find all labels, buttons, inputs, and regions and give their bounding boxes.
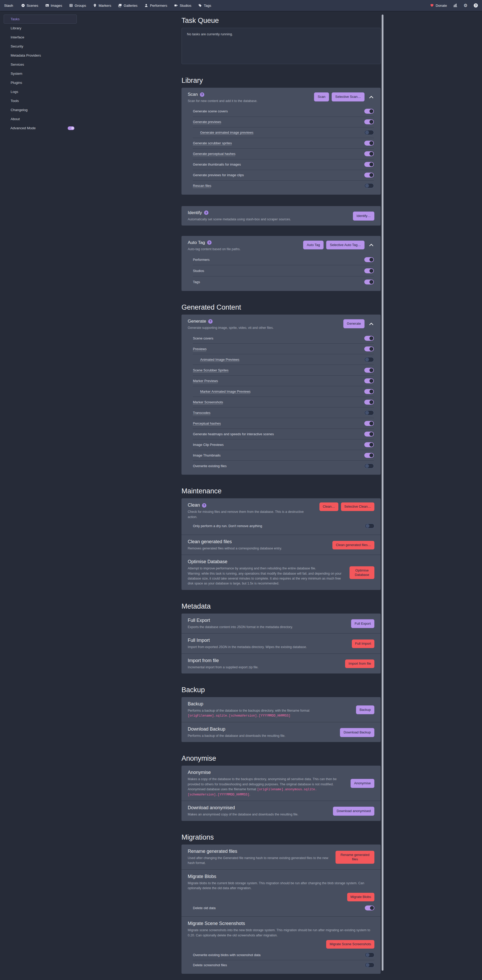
toggle[interactable] bbox=[364, 463, 374, 468]
migrate-scene-screenshots-button[interactable]: Migrate Scene Screenshots bbox=[326, 940, 374, 948]
film-icon bbox=[69, 4, 73, 7]
toggle[interactable] bbox=[364, 400, 374, 405]
full-import-block: Full Import Import from exported JSON in… bbox=[181, 633, 381, 653]
toggle-knob bbox=[369, 258, 373, 262]
rename-generated-files-button[interactable]: Rename generated files bbox=[336, 851, 374, 864]
nav-item-markers[interactable]: Markers bbox=[93, 4, 111, 8]
toggle-knob bbox=[366, 953, 369, 957]
sidebar-item-services[interactable]: Services bbox=[4, 60, 77, 69]
selective-scan-button[interactable]: Selective Scan… bbox=[331, 92, 365, 102]
clean-generated-files-button[interactable]: Clean generated files… bbox=[332, 541, 374, 549]
import-from-file-button[interactable]: Import from file bbox=[345, 659, 374, 668]
stats-button[interactable] bbox=[453, 3, 457, 8]
toggle[interactable] bbox=[364, 421, 374, 426]
help-badge-icon[interactable]: ? bbox=[204, 210, 208, 215]
auto-tag-card: Auto Tag? Auto-tag content based on file… bbox=[181, 236, 381, 291]
sidebar-item-tasks[interactable]: Tasks bbox=[4, 14, 77, 24]
nav-item-images[interactable]: Images bbox=[45, 4, 62, 8]
nav-item-galleries[interactable]: Galleries bbox=[118, 4, 138, 8]
sidebar-item-metadata-providers[interactable]: Metadata Providers bbox=[4, 51, 77, 60]
settings-icon[interactable]: ⚙ bbox=[464, 3, 468, 8]
toggle[interactable] bbox=[364, 109, 374, 114]
toggle[interactable] bbox=[364, 347, 374, 352]
help-badge-icon[interactable]: ? bbox=[200, 92, 204, 97]
clean-button[interactable]: Clean… bbox=[319, 503, 338, 511]
sidebar-item-plugins[interactable]: Plugins bbox=[4, 78, 77, 87]
nav-item-studios[interactable]: Studios bbox=[174, 4, 191, 8]
toggle-row: Scene Scrubber Sprites bbox=[193, 364, 374, 375]
sidebar-item-library[interactable]: Library bbox=[4, 24, 77, 33]
auto-tag-button[interactable]: Auto Tag bbox=[303, 240, 323, 250]
nav-item-groups[interactable]: Groups bbox=[69, 4, 86, 8]
download-anonymised-button[interactable]: Download anonymised bbox=[333, 807, 374, 816]
toggle[interactable] bbox=[364, 257, 374, 262]
toggle[interactable] bbox=[364, 119, 374, 124]
toggle[interactable] bbox=[364, 432, 374, 436]
toggle-label: Perceptual hashes bbox=[193, 422, 221, 425]
toggle[interactable] bbox=[364, 130, 374, 135]
backup-button[interactable]: Backup bbox=[356, 705, 374, 714]
toggle-row: Marker Previews bbox=[193, 375, 374, 386]
optimise-database-button[interactable]: Optimise Database bbox=[349, 566, 374, 579]
toggle[interactable] bbox=[364, 336, 374, 341]
toggle[interactable] bbox=[364, 368, 374, 373]
nav-label: Galleries bbox=[124, 4, 138, 8]
generate-card: Generate? Generate supporting image, spr… bbox=[181, 315, 381, 475]
toggle[interactable] bbox=[364, 389, 374, 394]
donate-button[interactable]: Donate bbox=[430, 4, 447, 8]
migrate-blobs-button[interactable]: Migrate Blobs bbox=[347, 893, 374, 901]
help-badge-icon[interactable]: ? bbox=[207, 240, 212, 245]
full-import-button[interactable]: Full Import bbox=[352, 640, 374, 648]
collapse-button[interactable] bbox=[368, 243, 374, 247]
navbar: Stash Scenes Images Groups Markers Galle… bbox=[0, 0, 482, 11]
selective-clean-button[interactable]: Selective Clean… bbox=[341, 503, 374, 511]
toggle[interactable] bbox=[364, 268, 374, 273]
scrollbar[interactable] bbox=[382, 14, 384, 970]
sidebar-item-changelog[interactable]: Changelog bbox=[4, 105, 77, 115]
help-icon[interactable]: ? bbox=[474, 3, 478, 8]
metadata-card: Full Export Exports the database content… bbox=[181, 614, 381, 673]
dry-run-toggle[interactable] bbox=[365, 523, 374, 528]
toggle[interactable] bbox=[364, 280, 374, 285]
toggle[interactable] bbox=[364, 453, 374, 458]
toggle[interactable] bbox=[364, 442, 374, 447]
sidebar-item-about[interactable]: About bbox=[4, 115, 77, 124]
toggle-label: Overwrite existing files bbox=[193, 464, 227, 468]
toggle-knob bbox=[370, 906, 374, 910]
collapse-button[interactable] bbox=[368, 95, 374, 99]
toggle[interactable] bbox=[364, 173, 374, 178]
delete-screenshot-files-toggle[interactable] bbox=[365, 963, 374, 967]
collapse-button[interactable] bbox=[368, 322, 374, 326]
generate-button[interactable]: Generate bbox=[343, 319, 365, 328]
app-brand[interactable]: Stash bbox=[4, 4, 13, 8]
toggle[interactable] bbox=[364, 379, 374, 383]
toggle[interactable] bbox=[364, 141, 374, 146]
delete-old-data-toggle[interactable] bbox=[365, 905, 374, 910]
toggle[interactable] bbox=[364, 183, 374, 188]
toggle[interactable] bbox=[364, 410, 374, 415]
toggle[interactable] bbox=[364, 357, 374, 362]
toggle-row: Generate thumbnails for images bbox=[193, 159, 374, 170]
sidebar-item-interface[interactable]: Interface bbox=[4, 33, 77, 42]
toggle[interactable] bbox=[364, 162, 374, 167]
full-export-button[interactable]: Full Export bbox=[351, 619, 374, 628]
scan-button[interactable]: Scan bbox=[314, 92, 329, 102]
anonymise-button[interactable]: Anonymise bbox=[350, 779, 374, 788]
help-badge-icon[interactable]: ? bbox=[208, 319, 212, 324]
toggle-row: Rescan files bbox=[193, 180, 374, 191]
nav-item-performers[interactable]: Performers bbox=[144, 4, 167, 8]
toggle-knob bbox=[369, 162, 373, 166]
download-backup-button[interactable]: Download Backup bbox=[340, 728, 374, 737]
overwrite-blobs-toggle[interactable] bbox=[365, 953, 374, 958]
identify-button[interactable]: Identify… bbox=[353, 212, 374, 221]
nav-item-scenes[interactable]: Scenes bbox=[21, 4, 38, 8]
nav-item-tags[interactable]: Tags bbox=[198, 4, 211, 8]
sidebar-item-logs[interactable]: Logs bbox=[4, 87, 77, 96]
sidebar-item-security[interactable]: Security bbox=[4, 42, 77, 51]
toggle[interactable] bbox=[364, 151, 374, 156]
selective-auto-tag-button[interactable]: Selective Auto Tag… bbox=[326, 240, 365, 250]
sidebar-item-system[interactable]: System bbox=[4, 69, 77, 78]
help-badge-icon[interactable]: ? bbox=[202, 503, 206, 508]
sidebar-item-tools[interactable]: Tools bbox=[4, 96, 77, 105]
advanced-mode-toggle[interactable] bbox=[68, 126, 75, 130]
